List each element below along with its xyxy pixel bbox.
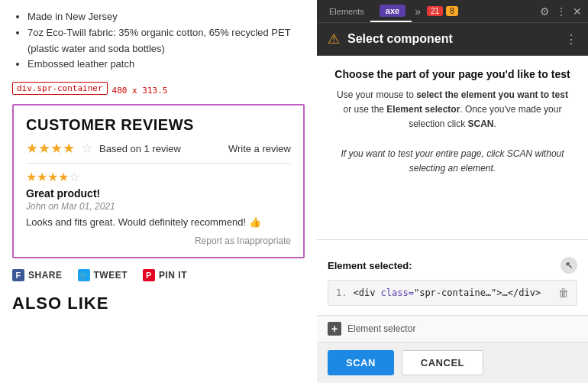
pinterest-share-button[interactable]: P PIN IT (143, 269, 187, 281)
settings-icon[interactable]: ⚙ (540, 5, 550, 18)
review-stars: ★★★★☆ (26, 170, 291, 184)
divider (26, 163, 291, 164)
left-panel: Made in New Jersey 7oz Eco-Twill fabric:… (0, 0, 317, 383)
share-row: f SHARE 🐦 TWEET P PIN IT (12, 269, 305, 281)
axe-panel-title: Select component (347, 32, 453, 46)
reviews-title: CUSTOMER REVIEWS (26, 116, 291, 134)
write-review-link[interactable]: Write a review (228, 143, 291, 154)
axe-instructions: Choose the part of your page you'd like … (317, 56, 588, 230)
scan-button[interactable]: SCAN (328, 350, 394, 375)
tab-elements[interactable]: Elements (323, 0, 370, 22)
twitter-share-button[interactable]: 🐦 TWEET (78, 269, 128, 281)
element-selected-section: Element selected: ↖ 1. <div class="spr-c… (317, 249, 588, 315)
desc-text-2: or use the Element selector. Once you've… (344, 104, 562, 115)
stars-row: ★★★★☆ Based on 1 review Write a review (26, 140, 291, 157)
axe-tab-label[interactable]: axe (380, 5, 405, 17)
twitter-share-label: TWEET (94, 270, 128, 281)
code-line-number: 1. (336, 287, 347, 298)
facebook-share-button[interactable]: f SHARE (12, 269, 63, 281)
pinterest-icon: P (143, 269, 155, 281)
tag-row: div.spr-container 480 x 313.5 (12, 82, 305, 99)
axe-menu-icon[interactable]: ⋮ (565, 32, 577, 47)
warning-badge: 8 (446, 6, 458, 16)
feature-item: Embossed leather patch (27, 57, 305, 73)
css-tag: div.spr-container (12, 82, 108, 95)
more-tabs-button[interactable]: » (415, 5, 421, 18)
reviews-box: CUSTOMER REVIEWS ★★★★☆ Based on 1 review… (12, 104, 305, 258)
pinterest-share-label: PIN IT (159, 270, 187, 281)
more-options-icon[interactable]: ⋮ (556, 5, 567, 18)
selected-element-code: 1. <div class="spr-containe…">…</div> 🗑 (328, 280, 577, 306)
cancel-button[interactable]: CANCEL (402, 350, 483, 375)
axe-warning-icon: ⚠ (328, 31, 340, 47)
devtools-topbar: Elements axe » 21 8 ⚙ ⋮ ✕ (317, 0, 588, 23)
choose-title: Choose the part of your page you'd like … (332, 68, 573, 80)
add-element-button[interactable]: + (328, 322, 341, 336)
dimensions-label: 480 x 313.5 (112, 86, 168, 96)
cursor-icon: ↖ (561, 257, 577, 274)
action-buttons: SCAN CANCEL (317, 342, 588, 383)
error-badge: 21 (427, 6, 443, 16)
feature-item: Made in New Jersey (27, 9, 305, 25)
report-link[interactable]: Report as Inappropriate (26, 235, 291, 246)
review-text: Looks and fits great. Would definitely r… (26, 216, 291, 228)
review-stars-empty: ☆ (69, 170, 79, 183)
close-icon[interactable]: ✕ (573, 5, 582, 18)
element-selector-row: + Element selector (317, 315, 588, 342)
axe-body: Choose the part of your page you'd like … (317, 56, 588, 383)
stars-filled: ★★★★ (26, 140, 75, 157)
also-like-heading: ALSO LIKE (12, 294, 305, 313)
reviewer-info: John on Mar 01, 2021 (26, 201, 291, 212)
delete-element-button[interactable]: 🗑 (558, 287, 569, 299)
product-features: Made in New Jersey 7oz Eco-Twill fabric:… (12, 9, 305, 73)
code-tag-content: <div class="spr-containe…">…</div> (353, 287, 552, 298)
element-selected-label: Element selected: ↖ (328, 257, 577, 274)
twitter-icon: 🐦 (78, 269, 90, 281)
desc-text-3: selection click SCAN. (409, 118, 496, 129)
stars-empty: ☆ (81, 140, 93, 157)
desc-italic: If you want to test your entire page, cl… (341, 148, 564, 174)
axe-header: ⚠ Select component ⋮ (317, 23, 588, 56)
based-on-text: Based on 1 review (99, 143, 228, 154)
element-selected-text: Element selected: (328, 260, 412, 271)
section-divider (317, 239, 588, 240)
choose-description: Use your mouse to select the element you… (332, 88, 573, 176)
feature-item: 7oz Eco-Twill fabric: 35% organic cotton… (27, 25, 305, 57)
review-title: Great product! (26, 187, 291, 200)
devtools-panel: Elements axe » 21 8 ⚙ ⋮ ✕ ⚠ Select compo… (317, 0, 588, 383)
facebook-icon: f (12, 269, 24, 281)
facebook-share-label: SHARE (28, 270, 63, 281)
desc-text-1: Use your mouse to select the element you… (337, 89, 568, 100)
tab-axe[interactable]: axe (370, 0, 412, 22)
review-stars-filled: ★★★★ (26, 170, 69, 183)
element-selector-label: Element selector (347, 323, 415, 334)
